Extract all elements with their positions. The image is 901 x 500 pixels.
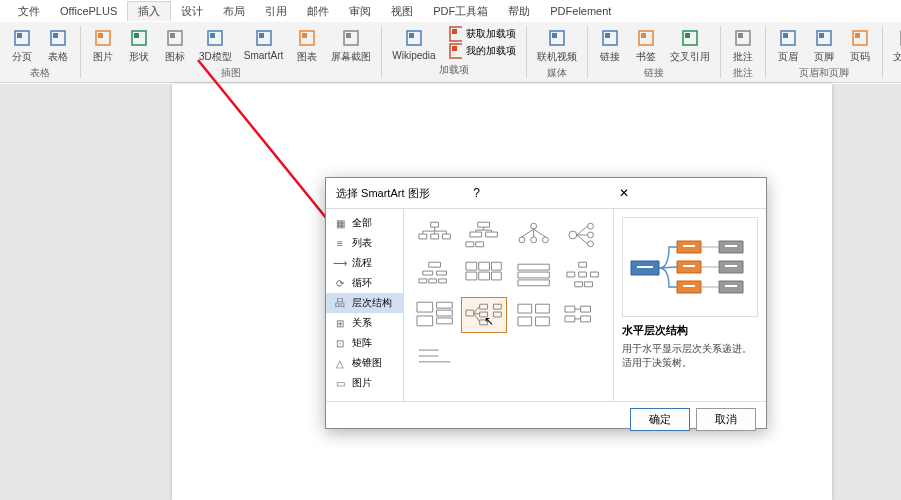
svg-rect-93 <box>423 271 433 275</box>
ribbon-btn-2-0[interactable]: Wikipedia <box>388 26 439 63</box>
category-0[interactable]: ▦全部 <box>326 213 403 233</box>
ribbon-icon <box>547 28 567 48</box>
svg-rect-72 <box>466 242 474 247</box>
ribbon-small-2-1[interactable]: 我的加载项 <box>444 43 520 59</box>
svg-rect-5 <box>98 33 103 38</box>
ribbon-group-2: Wikipedia获取加载项我的加载项加载项 <box>382 26 526 78</box>
layout-thumb-1[interactable] <box>461 217 506 253</box>
ribbon-btn-4-2[interactable]: 交叉引用 <box>666 26 714 66</box>
svg-rect-105 <box>517 272 548 278</box>
tab-7[interactable]: 审阅 <box>339 2 381 21</box>
ribbon-btn-1-1[interactable]: 形状 <box>123 26 155 66</box>
tab-4[interactable]: 布局 <box>213 2 255 21</box>
layout-gallery <box>404 209 614 401</box>
preview-description: 用于水平显示层次关系递进。适用于决策树。 <box>622 342 758 370</box>
tab-8[interactable]: 视图 <box>381 2 423 21</box>
category-8[interactable]: ▭图片 <box>326 373 403 393</box>
tab-2[interactable]: 插入 <box>127 1 171 21</box>
category-5[interactable]: ⊞关系 <box>326 313 403 333</box>
svg-rect-97 <box>439 279 447 283</box>
svg-rect-104 <box>517 264 548 270</box>
layout-thumb-5[interactable] <box>461 257 506 293</box>
ribbon-btn-1-4[interactable]: SmartArt <box>240 26 287 63</box>
ribbon-btn-1-0[interactable]: 图片 <box>87 26 119 66</box>
category-1[interactable]: ≡列表 <box>326 233 403 253</box>
svg-point-78 <box>530 223 536 229</box>
ribbon-btn-6-2[interactable]: 页码 <box>844 26 876 66</box>
svg-rect-15 <box>302 33 307 38</box>
svg-point-81 <box>542 237 548 243</box>
ribbon-icon <box>680 28 700 48</box>
ribbon-btn-1-6[interactable]: 屏幕截图 <box>327 26 375 66</box>
svg-line-124 <box>474 306 480 313</box>
tab-0[interactable]: 文件 <box>8 2 50 21</box>
svg-rect-11 <box>210 33 215 38</box>
tab-3[interactable]: 设计 <box>171 2 213 21</box>
svg-rect-96 <box>429 279 437 283</box>
svg-rect-62 <box>431 234 439 239</box>
ribbon-label: 批注 <box>733 50 753 64</box>
category-6[interactable]: ⊡矩阵 <box>326 333 403 353</box>
layout-thumb-11[interactable] <box>560 297 605 333</box>
close-button[interactable]: ✕ <box>611 184 756 202</box>
ribbon-btn-1-5[interactable]: 图表 <box>291 26 323 66</box>
layout-thumb-4[interactable] <box>412 257 457 293</box>
ribbon-small-2-0[interactable]: 获取加载项 <box>444 26 520 42</box>
ribbon-btn-4-1[interactable]: 书签 <box>630 26 662 66</box>
layout-thumb-7[interactable] <box>560 257 605 293</box>
ribbon: 文件OfficePLUS插入设计布局引用邮件审阅视图PDF工具箱帮助PDFele… <box>0 0 901 83</box>
layout-thumb-10[interactable] <box>511 297 556 333</box>
ribbon-btn-1-2[interactable]: 图标 <box>159 26 191 66</box>
category-7[interactable]: △棱锥图 <box>326 353 403 373</box>
ribbon-btn-0-1[interactable]: 表格 <box>42 26 74 66</box>
svg-rect-70 <box>470 232 482 237</box>
layout-thumb-6[interactable] <box>511 257 556 293</box>
layout-thumb-2[interactable] <box>511 217 556 253</box>
svg-rect-130 <box>535 317 549 326</box>
ribbon-icon <box>254 28 274 48</box>
ribbon-group-5: 批注批注 <box>721 26 766 78</box>
tab-10[interactable]: 帮助 <box>498 2 540 21</box>
layout-thumb-12[interactable] <box>412 337 457 373</box>
tab-6[interactable]: 邮件 <box>297 2 339 21</box>
ribbon-btn-3-0[interactable]: 联机视频 <box>533 26 581 66</box>
ribbon-label: 图片 <box>93 50 113 64</box>
tab-9[interactable]: PDF工具箱 <box>423 2 498 21</box>
svg-rect-121 <box>480 320 488 325</box>
svg-rect-119 <box>480 304 488 309</box>
ribbon-small-label: 我的加载项 <box>466 44 516 58</box>
ribbon-label: 页脚 <box>814 50 834 64</box>
layout-thumb-8[interactable] <box>412 297 457 333</box>
ribbon-btn-7-0[interactable]: 文本框 <box>889 26 901 66</box>
layout-thumb-0[interactable] <box>412 217 457 253</box>
svg-rect-35 <box>783 33 788 38</box>
category-4[interactable]: 品层次结构 <box>326 293 403 313</box>
category-2[interactable]: ⟶流程 <box>326 253 403 273</box>
ribbon-btn-0-0[interactable]: 分页 <box>6 26 38 66</box>
layout-thumb-9[interactable] <box>461 297 506 333</box>
category-label: 层次结构 <box>352 296 392 310</box>
svg-line-91 <box>576 235 587 244</box>
ribbon-btn-1-3[interactable]: 3D模型 <box>195 26 236 66</box>
ribbon-btn-6-0[interactable]: 页眉 <box>772 26 804 66</box>
ribbon-icon <box>165 28 185 48</box>
category-icon: 品 <box>334 297 346 309</box>
svg-point-79 <box>518 237 524 243</box>
ribbon-btn-6-1[interactable]: 页脚 <box>808 26 840 66</box>
ok-button[interactable]: 确定 <box>630 408 690 431</box>
category-3[interactable]: ⟳循环 <box>326 273 403 293</box>
help-button[interactable]: ? <box>465 184 610 202</box>
svg-rect-110 <box>590 272 598 277</box>
tab-5[interactable]: 引用 <box>255 2 297 21</box>
ribbon-btn-4-0[interactable]: 链接 <box>594 26 626 66</box>
svg-rect-100 <box>492 262 502 270</box>
ribbon-icon <box>93 28 113 48</box>
category-icon: ⊞ <box>334 317 346 329</box>
layout-thumb-3[interactable] <box>560 217 605 253</box>
tab-11[interactable]: PDFelement <box>540 3 621 19</box>
category-label: 流程 <box>352 256 372 270</box>
ribbon-icon <box>129 28 149 48</box>
cancel-button[interactable]: 取消 <box>696 408 756 431</box>
ribbon-btn-5-0[interactable]: 批注 <box>727 26 759 66</box>
tab-1[interactable]: OfficePLUS <box>50 3 127 19</box>
